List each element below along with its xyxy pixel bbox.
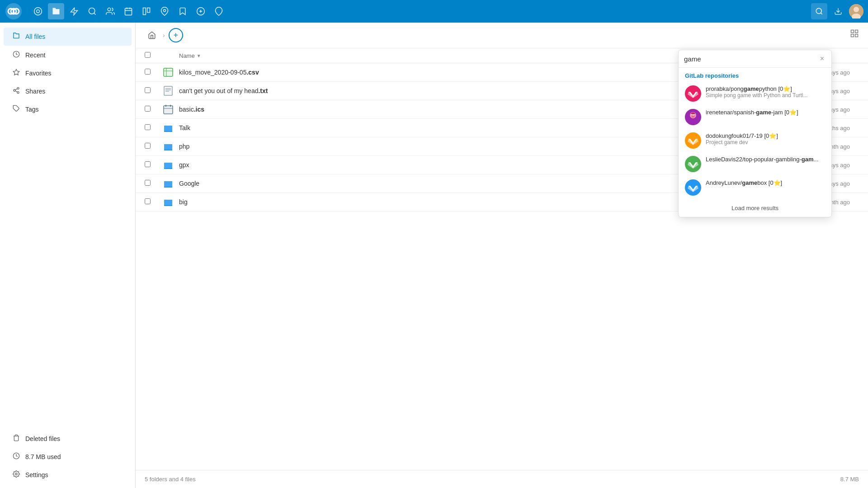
file-list-footer: 5 folders and 4 files 8.7 MB	[136, 470, 868, 488]
svg-line-31	[15, 89, 18, 90]
search-result-text: AndreyLunev/gamebox [0⭐]	[706, 179, 825, 186]
sidebar-item-all-files[interactable]: All files	[4, 28, 132, 46]
deleted-icon	[13, 434, 20, 443]
search-box: × GitLab repositories	[678, 50, 832, 217]
svg-point-23	[854, 7, 859, 12]
nav-money[interactable]	[193, 3, 209, 19]
search-clear-button[interactable]: ×	[818, 54, 826, 64]
deleted-label: Deleted files	[25, 435, 60, 442]
sidebar-item-recent[interactable]: Recent	[4, 46, 132, 64]
search-result-title: prorabka/ponggamepython [0⭐]	[706, 85, 825, 92]
svg-point-62	[685, 132, 701, 149]
nav-bookmark[interactable]	[175, 3, 191, 19]
nav-search[interactable]	[84, 3, 100, 19]
search-overlay: × GitLab repositories	[136, 23, 868, 217]
svg-point-64	[685, 179, 701, 196]
topbar	[0, 0, 868, 23]
svg-point-29	[17, 92, 19, 94]
tags-icon	[13, 105, 20, 113]
settings-label: Settings	[25, 471, 48, 479]
search-result-text: irenetenar/spanish-game-jam [0⭐]	[706, 109, 825, 116]
svg-rect-9	[125, 8, 132, 15]
nav-map[interactable]	[211, 3, 227, 19]
svg-point-19	[816, 8, 821, 14]
storage-icon	[13, 452, 20, 461]
svg-point-61	[694, 115, 695, 116]
search-result-title: dodokungfouk01/7-19 [0⭐]	[706, 132, 825, 139]
recent-icon	[13, 51, 20, 59]
nav-activity[interactable]	[66, 3, 82, 19]
search-result-desc: Project game dev	[706, 139, 825, 145]
content-area: › + Name ▼ Modified	[136, 23, 868, 488]
search-section-label: GitLab repositories	[679, 68, 831, 82]
favorites-icon	[13, 69, 20, 77]
storage-label: 8.7 MB used	[25, 453, 61, 460]
load-more-button[interactable]: Load more results	[679, 199, 831, 217]
search-result-text: dodokungfouk01/7-19 [0⭐] Project game de…	[706, 132, 825, 145]
gitlab-avatar-4	[685, 156, 701, 172]
svg-line-20	[821, 13, 822, 14]
all-files-icon	[13, 32, 20, 41]
file-count: 5 folders and 4 files	[145, 476, 196, 483]
sidebar-item-favorites[interactable]: Favorites	[4, 64, 132, 82]
svg-line-30	[15, 91, 18, 92]
total-size: 8.7 MB	[840, 476, 859, 483]
gitlab-avatar-5	[685, 179, 701, 196]
topbar-download-btn[interactable]	[830, 3, 846, 19]
all-files-label: All files	[25, 33, 45, 40]
search-result-item[interactable]: dodokungfouk01/7-19 [0⭐] Project game de…	[679, 129, 831, 152]
sidebar-item-storage[interactable]: 8.7 MB used	[4, 448, 132, 465]
search-result-text: prorabka/ponggamepython [0⭐] Simple pong…	[706, 85, 825, 99]
search-result-text: LeslieDavis22/top-popular-gambling-gam..…	[706, 156, 825, 163]
svg-line-7	[94, 13, 96, 15]
svg-point-6	[89, 8, 95, 14]
nav-notes[interactable]	[156, 3, 173, 19]
svg-point-27	[17, 87, 19, 89]
svg-point-4	[34, 8, 42, 15]
search-result-item[interactable]: AndreyLunev/gamebox [0⭐]	[679, 176, 831, 199]
svg-point-5	[37, 10, 40, 13]
svg-point-63	[685, 156, 701, 172]
svg-point-55	[685, 85, 701, 102]
topbar-search-btn[interactable]	[811, 3, 827, 19]
svg-marker-26	[13, 69, 19, 75]
shares-icon	[13, 87, 20, 95]
recent-label: Recent	[25, 52, 45, 59]
search-result-item[interactable]: irenetenar/spanish-game-jam [0⭐]	[679, 105, 831, 129]
search-input-row: ×	[679, 50, 831, 68]
nav-contacts[interactable]	[102, 3, 118, 19]
svg-point-8	[108, 8, 111, 11]
tags-label: Tags	[25, 106, 39, 113]
gitlab-avatar-1	[685, 85, 701, 102]
sidebar-item-tags[interactable]: Tags	[4, 100, 132, 118]
search-result-title: LeslieDavis22/top-popular-gambling-gam..…	[706, 156, 825, 163]
search-result-title: AndreyLunev/gamebox [0⭐]	[706, 179, 825, 186]
svg-point-28	[14, 89, 15, 91]
search-result-title: irenetenar/spanish-game-jam [0⭐]	[706, 109, 825, 116]
nav-deck[interactable]	[138, 3, 155, 19]
nav-dashboard[interactable]	[30, 3, 46, 19]
nav-calendar[interactable]	[120, 3, 137, 19]
shares-label: Shares	[25, 88, 45, 95]
user-avatar[interactable]	[849, 4, 863, 19]
nextcloud-logo[interactable]	[5, 2, 23, 20]
sidebar-item-shares[interactable]: Shares	[4, 82, 132, 100]
svg-point-15	[164, 9, 166, 12]
sidebar-item-settings[interactable]: Settings	[4, 466, 132, 483]
main-layout: All files Recent Favorites Shares	[0, 23, 868, 488]
sidebar-item-deleted[interactable]: Deleted files	[4, 430, 132, 447]
search-result-item[interactable]: prorabka/ponggamepython [0⭐] Simple pong…	[679, 82, 831, 105]
sidebar: All files Recent Favorites Shares	[0, 23, 136, 488]
svg-point-34	[15, 473, 17, 475]
svg-rect-13	[143, 8, 146, 15]
svg-rect-14	[147, 8, 150, 13]
favorites-label: Favorites	[25, 70, 52, 77]
search-result-item[interactable]: LeslieDavis22/top-popular-gambling-gam..…	[679, 152, 831, 176]
search-result-desc: Simple pong game with Python and Turtl..…	[706, 92, 825, 99]
search-container: × GitLab repositories	[678, 50, 832, 217]
gitlab-avatar-2	[685, 109, 701, 125]
nav-files[interactable]	[48, 3, 64, 19]
search-input[interactable]	[684, 55, 818, 63]
settings-icon	[13, 470, 20, 479]
gitlab-avatar-3	[685, 132, 701, 149]
